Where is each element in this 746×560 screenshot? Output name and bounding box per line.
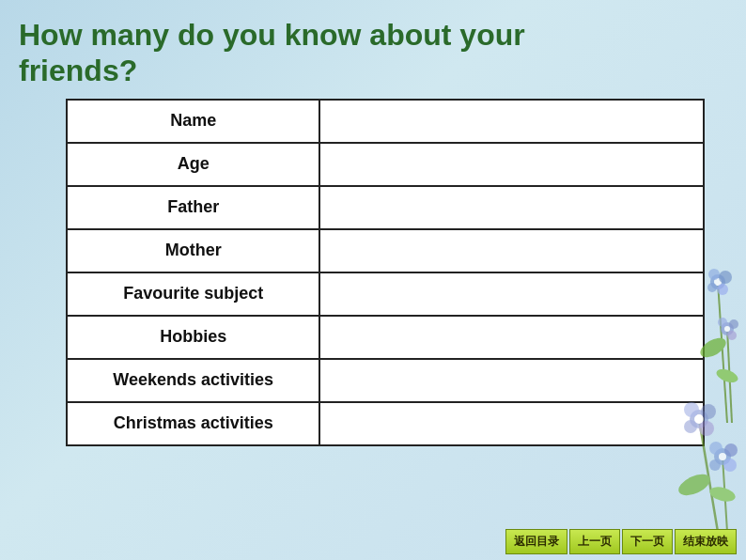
table-label-6: Hobbies <box>67 316 319 359</box>
prev-button[interactable]: 上一页 <box>569 529 620 554</box>
info-table: NameAgeFatherMotherFavourite subjectHobb… <box>66 99 705 446</box>
table-label-2: Age <box>67 143 319 186</box>
table-value-7 <box>319 359 704 402</box>
home-button[interactable]: 返回目录 <box>505 529 567 554</box>
table-value-3 <box>319 186 704 229</box>
table-label-3: Father <box>67 186 319 229</box>
end-button[interactable]: 结束放映 <box>675 529 737 554</box>
page-title: How many do you know about your friends? <box>0 0 746 97</box>
table-value-8 <box>319 402 704 445</box>
svg-point-25 <box>714 448 731 465</box>
svg-point-17 <box>676 470 713 500</box>
table-label-5: Favourite subject <box>67 272 319 316</box>
table-label-1: Name <box>67 100 319 143</box>
table-row-8: Christmas activities <box>67 402 704 445</box>
svg-point-29 <box>723 459 737 472</box>
table-label-7: Weekends activities <box>67 359 319 402</box>
next-button[interactable]: 下一页 <box>622 529 673 554</box>
navigation-bar: 返回目录 上一页 下一页 结束放映 <box>505 529 737 554</box>
table-value-6 <box>319 316 704 359</box>
table-row-2: Age <box>67 143 704 186</box>
table-value-5 <box>319 272 704 316</box>
table-label-4: Mother <box>67 229 319 272</box>
table-row-1: Name <box>67 100 704 143</box>
table-value-1 <box>319 100 704 143</box>
table-row-6: Hobbies <box>67 316 704 359</box>
table-label-8: Christmas activities <box>67 402 319 445</box>
svg-line-16 <box>723 457 727 532</box>
table-row-3: Father <box>67 186 704 229</box>
svg-point-26 <box>719 453 726 460</box>
table-container: NameAgeFatherMotherFavourite subjectHobb… <box>0 99 746 446</box>
table-row-4: Mother <box>67 229 704 272</box>
table-row-7: Weekends activities <box>67 359 704 402</box>
table-row-5: Favourite subject <box>67 272 704 316</box>
table-value-4 <box>319 229 704 272</box>
table-value-2 <box>319 143 704 186</box>
svg-point-18 <box>708 485 738 505</box>
svg-point-30 <box>709 459 721 471</box>
